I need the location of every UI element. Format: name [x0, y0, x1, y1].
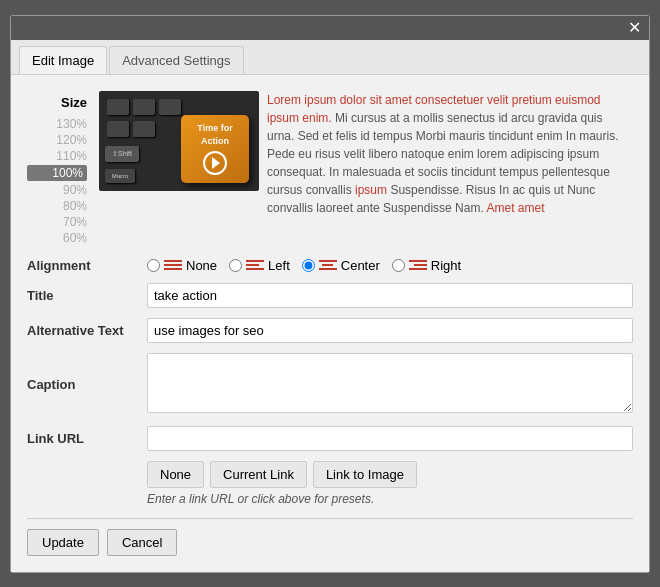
align-none[interactable]: None [147, 258, 217, 273]
cancel-button[interactable]: Cancel [107, 529, 177, 556]
align-right-radio[interactable] [392, 259, 405, 272]
align-left[interactable]: Left [229, 258, 290, 273]
divider [27, 518, 633, 519]
alignment-label: Alignment [27, 258, 147, 273]
caption-row: Caption [27, 353, 633, 416]
link-preset-buttons: None Current Link Link to Image [147, 461, 633, 488]
size-130[interactable]: 130% [27, 117, 87, 131]
update-button[interactable]: Update [27, 529, 99, 556]
title-input[interactable] [147, 283, 633, 308]
align-left-icon [246, 258, 264, 272]
edit-image-dialog: ✕ Edit Image Advanced Settings Size 130%… [10, 15, 650, 573]
title-label: Title [27, 288, 147, 303]
align-center-label: Center [341, 258, 380, 273]
title-row: Title [27, 283, 633, 308]
align-right-label: Right [431, 258, 461, 273]
link-to-image-button[interactable]: Link to Image [313, 461, 417, 488]
link-buttons-section: None Current Link Link to Image Enter a … [27, 461, 633, 506]
size-70[interactable]: 70% [27, 215, 87, 229]
link-url-label: Link URL [27, 431, 147, 446]
alt-text-label: Alternative Text [27, 323, 147, 338]
caption-textarea[interactable] [147, 353, 633, 413]
align-none-label: None [186, 258, 217, 273]
image-preview: ⇧Shift Macro Time for Action [99, 91, 259, 191]
size-120[interactable]: 120% [27, 133, 87, 147]
none-link-button[interactable]: None [147, 461, 204, 488]
link-url-input[interactable] [147, 426, 633, 451]
title-field-wrapper [147, 283, 633, 308]
link-url-field-wrapper [147, 426, 633, 451]
alignment-row: Alignment None Left [27, 258, 633, 273]
alignment-options: None Left Center [147, 258, 633, 273]
alt-text-input[interactable] [147, 318, 633, 343]
current-link-button[interactable]: Current Link [210, 461, 307, 488]
footer-buttons: Update Cancel [27, 529, 633, 556]
link-hint: Enter a link URL or click above for pres… [147, 492, 633, 506]
link-url-row: Link URL [27, 426, 633, 451]
image-text-section: ⇧Shift Macro Time for Action [99, 91, 633, 246]
align-none-icon [164, 258, 182, 272]
tab-bar: Edit Image Advanced Settings [11, 40, 649, 75]
dialog-content: Size 130% 120% 110% 100% 90% 80% 70% 60% [11, 75, 649, 572]
size-100[interactable]: 100% [27, 165, 87, 181]
align-left-radio[interactable] [229, 259, 242, 272]
align-right[interactable]: Right [392, 258, 461, 273]
alt-text-field-wrapper [147, 318, 633, 343]
size-label: Size [61, 95, 87, 110]
title-bar: ✕ [11, 16, 649, 40]
align-center-icon [319, 258, 337, 272]
size-80[interactable]: 80% [27, 199, 87, 213]
size-60[interactable]: 60% [27, 231, 87, 245]
top-image-row: ⇧Shift Macro Time for Action [99, 91, 633, 217]
align-left-label: Left [268, 258, 290, 273]
caption-label: Caption [27, 377, 147, 392]
size-90[interactable]: 90% [27, 183, 87, 197]
image-section: Size 130% 120% 110% 100% 90% 80% 70% 60% [27, 91, 633, 246]
caption-field-wrapper [147, 353, 633, 416]
align-center-radio[interactable] [302, 259, 315, 272]
close-button[interactable]: ✕ [628, 20, 641, 36]
align-none-radio[interactable] [147, 259, 160, 272]
align-right-icon [409, 258, 427, 272]
size-110[interactable]: 110% [27, 149, 87, 163]
tab-edit-image[interactable]: Edit Image [19, 46, 107, 74]
size-panel: Size 130% 120% 110% 100% 90% 80% 70% 60% [27, 91, 87, 246]
align-center[interactable]: Center [302, 258, 380, 273]
lorem-ipsum-text: Lorem ipsum dolor sit amet consectetuer … [267, 91, 633, 217]
tab-advanced-settings[interactable]: Advanced Settings [109, 46, 243, 74]
alt-text-row: Alternative Text [27, 318, 633, 343]
